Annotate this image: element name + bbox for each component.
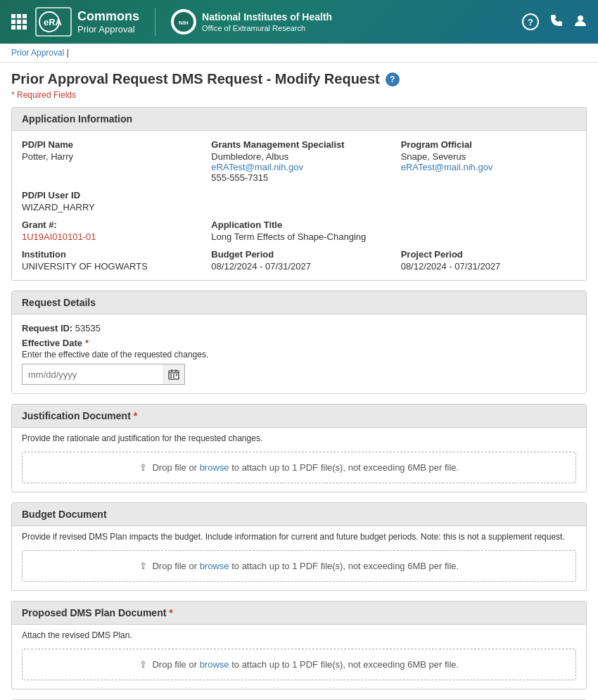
required-note: * Required Fields bbox=[11, 90, 587, 100]
era-logo: eRA bbox=[35, 7, 72, 37]
svg-text:eRA: eRA bbox=[44, 17, 63, 27]
effective-date-helper: Enter the effective date of the requeste… bbox=[22, 350, 576, 359]
spacer-cell-1 bbox=[211, 190, 386, 212]
program-official-cell: Program Official Snape, Severus eRATest@… bbox=[401, 139, 576, 183]
breadcrumb-link[interactable]: Prior Approval bbox=[11, 48, 64, 58]
header-logo: eRA Commons Prior Approval bbox=[11, 7, 139, 37]
proposed-dms-required-star: * bbox=[169, 607, 172, 618]
svg-rect-8 bbox=[170, 374, 172, 376]
nih-text: National Institutes of Health Office of … bbox=[202, 11, 332, 33]
svg-rect-7 bbox=[175, 369, 177, 372]
nih-logo: NIH National Institutes of Health Office… bbox=[171, 9, 332, 34]
effective-date-label: Effective Date * bbox=[22, 338, 576, 348]
justification-helper: Provide the rationale and justification … bbox=[12, 428, 586, 447]
app-title-cell: Application Title Long Term Effects of S… bbox=[211, 219, 576, 242]
svg-point-4 bbox=[578, 15, 583, 21]
proposed-dms-header: Proposed DMS Plan Document * bbox=[12, 602, 586, 625]
svg-rect-10 bbox=[176, 374, 177, 376]
page-title: Prior Approval Request DMS Request - Mod… bbox=[11, 71, 587, 87]
effective-date-required: * bbox=[85, 338, 89, 348]
institution-cell: Institution UNIVERSITY OF HOGWARTS bbox=[22, 249, 197, 272]
grid-icon[interactable] bbox=[11, 14, 27, 30]
effective-date-input[interactable] bbox=[22, 364, 163, 385]
grants-mgmt-cell: Grants Management Specialist Dumbledore,… bbox=[211, 139, 386, 183]
justification-required-star: * bbox=[134, 410, 137, 421]
svg-rect-12 bbox=[173, 376, 174, 378]
date-input-wrapper bbox=[22, 364, 576, 385]
header-divider bbox=[155, 8, 155, 36]
proposed-dms-drop-zone[interactable]: ⇧ Drop file or browse to attach up to 1 … bbox=[22, 649, 576, 680]
pd-pi-name-cell: PD/PI Name Potter, Harry bbox=[22, 139, 197, 183]
budget-browse-link[interactable]: browse bbox=[200, 561, 229, 571]
budget-doc-section: Budget Document Provide if revised DMS P… bbox=[11, 502, 587, 591]
header-right: ? bbox=[522, 13, 587, 30]
grant-num-cell: Grant #: 1U19AI010101-01 bbox=[22, 219, 197, 242]
header-left: eRA Commons Prior Approval NIH National … bbox=[11, 7, 332, 37]
dms-browse-link[interactable]: browse bbox=[200, 659, 229, 670]
request-details-section: Request Details Request ID: 53535 Effect… bbox=[11, 291, 587, 394]
breadcrumb: Prior Approval | bbox=[0, 44, 598, 63]
justification-browse-link[interactable]: browse bbox=[200, 462, 229, 473]
application-info-body: PD/PI Name Potter, Harry Grants Manageme… bbox=[12, 131, 586, 280]
svg-rect-6 bbox=[171, 369, 172, 372]
justification-doc-header: Justification Document * bbox=[12, 405, 586, 428]
page-help-icon[interactable]: ? bbox=[386, 72, 400, 87]
request-details-header: Request Details bbox=[12, 291, 586, 314]
budget-helper: Provide if revised DMS Plan impacts the … bbox=[12, 526, 586, 546]
application-info-header: Application Information bbox=[12, 108, 586, 131]
phone-icon[interactable] bbox=[550, 14, 563, 30]
upload-icon-justification: ⇧ bbox=[139, 462, 147, 473]
svg-rect-11 bbox=[170, 376, 172, 378]
justification-drop-zone[interactable]: ⇧ Drop file or browse to attach up to 1 … bbox=[22, 452, 576, 483]
application-info-section: Application Information PD/PI Name Potte… bbox=[11, 107, 587, 281]
breadcrumb-separator: | bbox=[67, 48, 69, 58]
app-info-grid: PD/PI Name Potter, Harry Grants Manageme… bbox=[22, 139, 576, 272]
budget-period-cell: Budget Period 08/12/2024 - 07/31/2027 bbox=[211, 249, 386, 272]
nih-seal-icon: NIH bbox=[171, 9, 196, 34]
main-content: Prior Approval Request DMS Request - Mod… bbox=[0, 63, 598, 700]
svg-text:NIH: NIH bbox=[179, 20, 189, 26]
help-icon[interactable]: ? bbox=[522, 13, 539, 30]
svg-rect-9 bbox=[173, 374, 174, 376]
app-header: eRA Commons Prior Approval NIH National … bbox=[0, 0, 598, 44]
budget-doc-header: Budget Document bbox=[12, 503, 586, 526]
user-icon[interactable] bbox=[574, 14, 587, 30]
upload-icon-dms: ⇧ bbox=[139, 659, 147, 670]
request-id-line: Request ID: 53535 bbox=[22, 323, 576, 333]
grant-num-link[interactable]: 1U19AI010101-01 bbox=[22, 231, 96, 242]
proposed-dms-section: Proposed DMS Plan Document * Attach the … bbox=[11, 601, 587, 689]
commons-title: Commons Prior Approval bbox=[77, 9, 139, 34]
budget-drop-zone[interactable]: ⇧ Drop file or browse to attach up to 1 … bbox=[22, 550, 576, 582]
spacer-cell-2 bbox=[401, 190, 576, 212]
justification-doc-section: Justification Document * Provide the rat… bbox=[11, 404, 587, 492]
request-details-body: Request ID: 53535 Effective Date * Enter… bbox=[12, 314, 586, 393]
calendar-icon[interactable] bbox=[163, 364, 185, 385]
proposed-dms-helper: Attach the revised DMS Plan. bbox=[12, 625, 586, 644]
project-period-cell: Project Period 08/12/2024 - 07/31/2027 bbox=[401, 249, 576, 272]
upload-icon-budget: ⇧ bbox=[139, 561, 147, 571]
pd-user-id-cell: PD/PI User ID WIZARD_HARRY bbox=[22, 190, 197, 212]
